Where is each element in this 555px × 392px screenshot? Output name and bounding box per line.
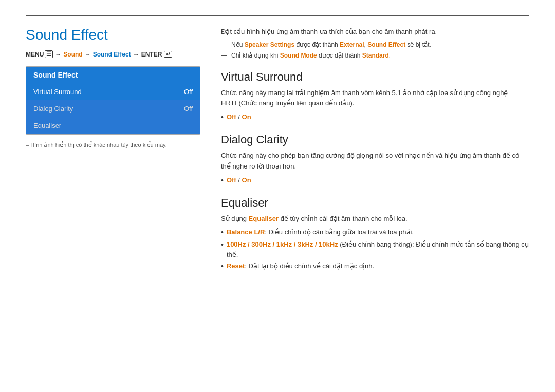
bullet-equaliser-freq: • 100Hz / 300Hz / 1kHz / 3kHz / 10kHz (Đ… bbox=[221, 239, 529, 259]
bullet-freq-text: 100Hz / 300Hz / 1kHz / 3kHz / 10kHz (Điề… bbox=[227, 239, 529, 259]
bullet-equaliser-reset: • Reset: Đặt lại bộ điều chỉnh về cài đặ… bbox=[221, 261, 529, 272]
vs-off: Off bbox=[227, 113, 236, 121]
left-panel: Sound Effect MENU ☰ → Sound → Sound Effe… bbox=[26, 27, 200, 273]
bullet-virtual-surround-off-on: • Off / On bbox=[221, 112, 529, 123]
right-panel: Đặt cấu hình hiệu ứng âm thanh ưa thích … bbox=[221, 27, 529, 273]
arrow2: → bbox=[85, 51, 91, 58]
footnote: – Hình ảnh hiển thị có thể khác nhau tùy… bbox=[26, 142, 200, 148]
dc-separator: / bbox=[238, 176, 242, 184]
section-body-dialog-clarity: Chức năng này cho phép bạn tăng cường độ… bbox=[221, 151, 529, 172]
menu-item-virtual-surround[interactable]: Virtual Surround Off bbox=[26, 83, 200, 100]
menu-item-virtual-surround-label: Virtual Surround bbox=[33, 88, 82, 96]
breadcrumb-sound-effect: Sound Effect bbox=[93, 51, 131, 58]
breadcrumb: MENU ☰ → Sound → Sound Effect → ENTER ↵ bbox=[26, 50, 200, 58]
menu-label: MENU bbox=[26, 51, 44, 58]
note2-text: Chỉ khả dụng khi Sound Mode được đặt thà… bbox=[231, 51, 391, 60]
note1: — Nếu Speaker Settings được đặt thành Ex… bbox=[221, 40, 529, 49]
note1-text: Nếu Speaker Settings được đặt thành Exte… bbox=[231, 40, 431, 49]
section-title-virtual-surround: Virtual Surround bbox=[221, 70, 529, 84]
content-area: Sound Effect MENU ☰ → Sound → Sound Effe… bbox=[26, 27, 529, 273]
section-body-virtual-surround: Chức năng này mang lại trải nghiệm âm th… bbox=[221, 88, 529, 109]
vs-on: On bbox=[242, 113, 251, 121]
intro-text: Đặt cấu hình hiệu ứng âm thanh ưa thích … bbox=[221, 27, 529, 37]
page-title: Sound Effect bbox=[26, 27, 200, 43]
note1-external: External bbox=[340, 41, 364, 48]
equaliser-link: Equaliser bbox=[249, 215, 279, 222]
section-title-dialog-clarity: Dialog Clarity bbox=[221, 133, 529, 146]
note2-sound-mode: Sound Mode bbox=[280, 52, 317, 59]
page-container: Sound Effect MENU ☰ → Sound → Sound Effe… bbox=[0, 0, 555, 289]
bullet-dot-5: • bbox=[221, 261, 224, 272]
section-title-equaliser: Equaliser bbox=[221, 196, 529, 210]
bullet-equaliser-balance: • Balance L/R: Điều chỉnh độ cân bằng gi… bbox=[221, 227, 529, 238]
menu-header: Sound Effect bbox=[26, 67, 200, 83]
section-body-equaliser: Sử dụng Equaliser để tùy chỉnh cài đặt â… bbox=[221, 214, 529, 225]
menu-item-dialog-clarity-value: Off bbox=[184, 105, 193, 113]
bullet-virtual-surround-text: Off / On bbox=[227, 112, 251, 122]
menu-item-equaliser-label: Equaliser bbox=[33, 122, 61, 129]
enter-icon: ↵ bbox=[164, 51, 172, 58]
bullet-dot-3: • bbox=[221, 227, 224, 238]
bullet-balance-text: Balance L/R: Điều chỉnh độ cân bằng giữa… bbox=[227, 227, 414, 237]
bullet-dialog-clarity-text: Off / On bbox=[227, 175, 251, 185]
vs-separator: / bbox=[238, 113, 242, 121]
balance-lr: Balance L/R bbox=[227, 228, 265, 236]
note2-dash: — bbox=[221, 51, 227, 60]
note2: — Chỉ khả dụng khi Sound Mode được đặt t… bbox=[221, 51, 529, 60]
menu-item-dialog-clarity[interactable]: Dialog Clarity Off bbox=[26, 100, 200, 117]
top-divider bbox=[26, 15, 529, 16]
breadcrumb-sound: Sound bbox=[63, 51, 82, 58]
note2-standard: Standard bbox=[362, 52, 389, 59]
menu-item-dialog-clarity-label: Dialog Clarity bbox=[33, 105, 73, 113]
freq-values: 100Hz / 300Hz / 1kHz / 3kHz / 10kHz bbox=[227, 240, 338, 248]
breadcrumb-enter: ENTER bbox=[141, 51, 162, 58]
bullet-reset-text: Reset: Đặt lại bộ điều chỉnh về cài đặt … bbox=[227, 261, 374, 271]
bullet-dot-4: • bbox=[221, 239, 224, 250]
dc-on: On bbox=[242, 176, 251, 184]
note1-sound-effect: Sound Effect bbox=[367, 41, 405, 48]
bullet-dot-2: • bbox=[221, 175, 224, 186]
arrow1: → bbox=[55, 51, 61, 58]
menu-item-equaliser[interactable]: Equaliser bbox=[26, 117, 200, 134]
reset-label: Reset bbox=[227, 262, 245, 270]
bullet-dot-1: • bbox=[221, 112, 224, 123]
menu-box: Sound Effect Virtual Surround Off Dialog… bbox=[26, 66, 200, 135]
dc-off: Off bbox=[227, 176, 236, 184]
note1-dash: — bbox=[221, 40, 227, 49]
menu-icon: ☰ bbox=[45, 50, 53, 58]
arrow3: → bbox=[133, 51, 139, 58]
menu-item-virtual-surround-value: Off bbox=[184, 88, 193, 96]
bullet-dialog-clarity-off-on: • Off / On bbox=[221, 175, 529, 186]
note1-speaker-settings: Speaker Settings bbox=[245, 41, 294, 48]
